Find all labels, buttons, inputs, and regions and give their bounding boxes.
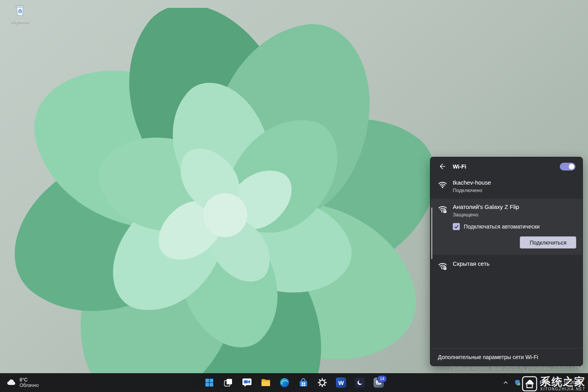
wifi-toggle[interactable] xyxy=(560,163,575,171)
windows-logo-icon xyxy=(205,378,214,387)
notification-badge: 14 xyxy=(377,375,387,383)
system-tray: РУС 27.10.2022 xyxy=(500,373,587,392)
panel-spacer xyxy=(430,275,583,348)
network-status: Подключено xyxy=(453,187,491,193)
task-view-button[interactable] xyxy=(220,375,236,390)
settings-gear-icon xyxy=(317,377,327,388)
windows-security-tray-button[interactable] xyxy=(511,375,524,390)
word-button[interactable]: W xyxy=(333,375,349,390)
clock-button[interactable]: 27.10.2022 xyxy=(552,375,587,390)
svg-text:♻: ♻ xyxy=(18,9,22,14)
scroll-indicator[interactable] xyxy=(431,207,432,259)
taskbar-app-group: W 14 xyxy=(201,375,387,390)
file-explorer-button[interactable] xyxy=(258,375,274,390)
wifi-panel-title: Wi-Fi xyxy=(453,163,466,170)
weather-temperature: 8°C xyxy=(20,377,39,383)
onedrive-cloud-icon xyxy=(526,379,534,387)
weather-cloud-icon xyxy=(6,377,16,388)
auto-connect-checkbox[interactable] xyxy=(453,223,460,230)
taskbar: 8°C Облачно xyxy=(0,373,588,392)
recycle-bin-shortcut[interactable]: ♻ Корзина xyxy=(4,3,36,24)
task-view-icon xyxy=(223,378,233,387)
network-item-selected[interactable]: Анатолий's Galaxy Z Flip Защищено Подклю… xyxy=(430,199,583,255)
wifi-secured-icon xyxy=(438,204,447,214)
network-status: Защищено xyxy=(453,212,519,218)
media-player-icon xyxy=(355,377,365,388)
connect-button[interactable]: Подключиться xyxy=(520,236,576,249)
recycle-bin-label: Корзина xyxy=(11,18,29,24)
edge-icon xyxy=(279,377,290,388)
network-name: tkachev-house xyxy=(453,179,491,186)
shield-check-icon xyxy=(514,379,521,386)
onedrive-tray-button[interactable] xyxy=(524,375,537,390)
auto-connect-row[interactable]: Подключаться автоматически xyxy=(453,223,583,230)
date-label: 27.10.2022 xyxy=(555,380,584,386)
store-button[interactable] xyxy=(296,375,311,390)
wifi-toggle-knob xyxy=(569,164,574,169)
network-item-connected[interactable]: tkachev-house Подключено xyxy=(432,175,581,198)
back-button[interactable] xyxy=(437,162,447,171)
tray-overflow-button[interactable] xyxy=(500,375,511,390)
wifi-flyout-panel: Wi-Fi tkachev-house Подключено Анатолий'… xyxy=(430,157,583,366)
arrow-left-icon xyxy=(439,163,446,170)
word-icon: W xyxy=(336,377,346,388)
chat-icon xyxy=(242,377,252,388)
weather-condition: Облачно xyxy=(20,383,39,388)
more-wifi-settings-link[interactable]: Дополнительные параметры сети Wi-Fi xyxy=(430,348,583,366)
language-indicator[interactable]: РУС xyxy=(537,375,552,390)
auto-connect-label: Подключаться автоматически xyxy=(464,223,540,230)
wifi-panel-header: Wi-Fi xyxy=(430,157,583,174)
recycle-bin-icon: ♻ xyxy=(13,3,27,17)
media-player-button[interactable] xyxy=(352,375,368,390)
chevron-up-icon xyxy=(503,380,508,385)
start-button[interactable] xyxy=(201,375,217,390)
checkmark-icon xyxy=(454,224,459,229)
wallpaper-bloom-graphic xyxy=(0,8,447,388)
word-letter: W xyxy=(338,379,344,386)
wifi-secured-icon xyxy=(438,261,447,270)
weather-widget[interactable]: 8°C Облачно xyxy=(2,373,43,392)
network-name: Анатолий's Galaxy Z Flip xyxy=(453,203,519,210)
chat-button[interactable] xyxy=(239,375,255,390)
edge-button[interactable] xyxy=(277,375,292,390)
language-label: РУС xyxy=(540,380,549,385)
badged-app-button[interactable]: 14 xyxy=(371,375,387,390)
network-item-hidden[interactable]: Скрытая сеть xyxy=(432,256,581,275)
store-icon xyxy=(298,377,309,388)
wifi-signal-icon xyxy=(438,180,447,189)
network-name: Скрытая сеть xyxy=(453,260,490,267)
settings-button[interactable] xyxy=(314,375,330,390)
file-explorer-icon xyxy=(261,377,271,388)
